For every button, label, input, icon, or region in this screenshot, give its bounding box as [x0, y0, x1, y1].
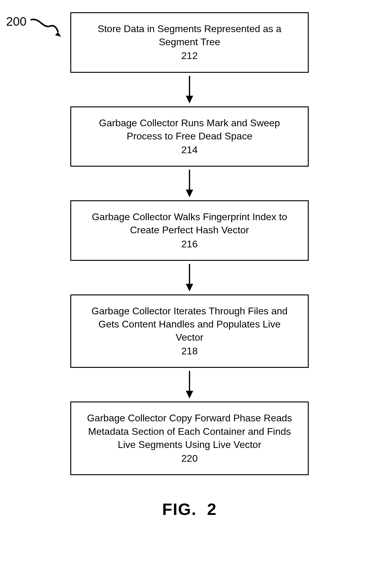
flow-step-216: Garbage Collector Walks Fingerprint Inde…: [70, 200, 309, 261]
flow-step-num: 218: [83, 345, 296, 358]
flow-step-220: Garbage Collector Copy Forward Phase Rea…: [70, 401, 309, 475]
flow-step-214: Garbage Collector Runs Mark and Sweep Pr…: [70, 106, 309, 167]
svg-marker-6: [186, 284, 193, 291]
flow-step-num: 220: [83, 452, 296, 465]
flow-step-num: 216: [83, 238, 296, 251]
wavy-arrow-icon: [29, 18, 63, 40]
flow-step-text: Garbage Collector Runs Mark and Sweep Pr…: [83, 116, 296, 143]
arrow-down-icon: [183, 264, 196, 291]
arrow-down-icon: [183, 76, 196, 103]
flowchart-diagram: 200 Store Data in Segments Represented a…: [0, 12, 379, 519]
flow-step-218: Garbage Collector Iterates Through Files…: [70, 294, 309, 368]
arrow-down-icon: [183, 371, 196, 398]
figure-label: FIG. 2: [162, 500, 217, 519]
reference-number-text: 200: [6, 15, 27, 28]
svg-marker-4: [186, 190, 193, 197]
arrow-down-icon: [183, 170, 196, 197]
flow-step-num: 212: [83, 49, 296, 62]
reference-number-label: 200: [6, 15, 63, 40]
flow-step-212: Store Data in Segments Represented as a …: [70, 12, 309, 73]
flow-step-text: Garbage Collector Iterates Through Files…: [83, 305, 296, 344]
svg-marker-0: [55, 32, 61, 37]
flow-step-text: Garbage Collector Copy Forward Phase Rea…: [83, 412, 296, 451]
flow-step-num: 214: [83, 143, 296, 157]
flow-step-text: Store Data in Segments Represented as a …: [83, 22, 296, 49]
svg-marker-2: [186, 96, 193, 103]
svg-marker-8: [186, 391, 193, 398]
flow-step-text: Garbage Collector Walks Fingerprint Inde…: [83, 210, 296, 237]
